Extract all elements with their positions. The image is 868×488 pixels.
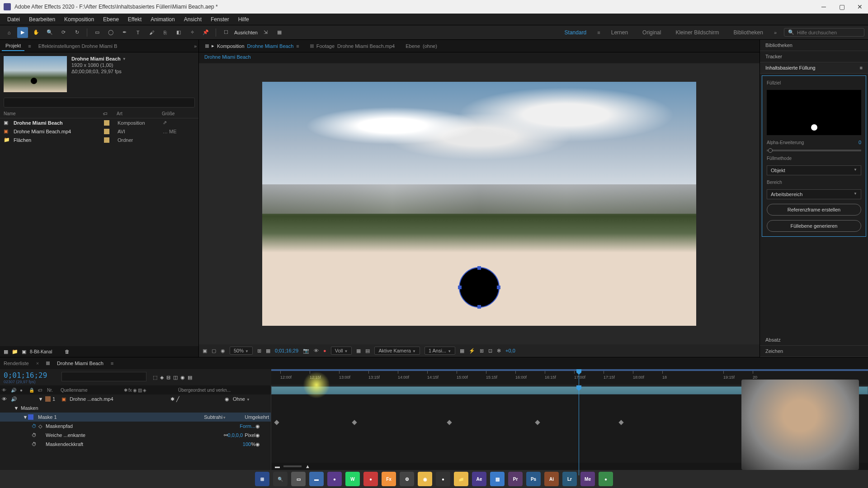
alpha-expansion-value[interactable]: 0 xyxy=(859,140,861,145)
taskbar-premiere[interactable]: Pr xyxy=(508,472,523,486)
tab-effect-controls[interactable]: Effekteinstellungen Drohne Miami B xyxy=(35,42,121,51)
taskbar-whatsapp[interactable]: W xyxy=(345,472,360,486)
taskbar-photoshop[interactable]: Ps xyxy=(526,472,541,486)
lock-toggle-icon[interactable]: 🔒 xyxy=(27,388,36,393)
project-item-folder[interactable]: 📁 Flächen Ordner xyxy=(0,136,198,144)
region-icon[interactable]: ▦ xyxy=(266,348,270,354)
work-area-bar[interactable] xyxy=(271,369,868,371)
taskbar-explorer[interactable]: 📁 xyxy=(454,472,468,486)
pixel-aspect-icon[interactable]: ▦ xyxy=(460,348,464,354)
mask-expand-icon[interactable]: ▼ xyxy=(23,414,28,420)
workspace-menu-icon[interactable]: ≡ xyxy=(597,30,600,35)
project-item-footage[interactable]: ▣ Drohne Miami Beach.mp4 AVI … ME xyxy=(0,127,198,136)
layer-color-swatch[interactable] xyxy=(45,396,51,402)
audio-visible-icon[interactable]: 🔊 xyxy=(11,396,20,402)
flowchart-icon[interactable]: ⊡ xyxy=(488,348,492,354)
timeline-tab-menu-icon[interactable]: ≡ xyxy=(111,361,113,366)
clone-tool[interactable]: ⎘ xyxy=(160,27,170,38)
tab-content-aware-fill[interactable]: Inhaltsbasierte Füllung ≡ xyxy=(760,62,868,74)
taskbar-media-encoder[interactable]: Me xyxy=(580,472,595,486)
mask-feather-row[interactable]: ⏱ Weiche ...enkante ⚯ 0,0,0,0 Pixel ◉ xyxy=(0,431,271,440)
channel-icon[interactable]: ● xyxy=(323,348,326,353)
show-snapshot-icon[interactable]: 👁 xyxy=(314,348,319,353)
taskbar-app[interactable]: ▧ xyxy=(490,472,505,486)
3d-icon[interactable]: ◈ xyxy=(143,388,146,393)
help-search-input[interactable] xyxy=(797,30,860,35)
workspace-libraries[interactable]: Bibliotheken xyxy=(730,28,766,38)
comp-dropdown-icon[interactable]: ▼ xyxy=(123,57,126,61)
comp-tab-menu-icon[interactable]: ≡ xyxy=(296,43,299,49)
layer-row-1[interactable]: 👁 🔊 ▼ 1 ▣ Drohne ...each.mp4 ✱ ╱ ◉ Ohne … xyxy=(0,394,271,404)
keyframe[interactable] xyxy=(352,420,357,425)
menu-edit[interactable]: Bearbeiten xyxy=(25,14,59,24)
home-button[interactable]: ⌂ xyxy=(4,27,14,38)
text-tool[interactable]: T xyxy=(132,27,143,38)
help-search[interactable]: 🔍 xyxy=(784,28,864,37)
new-comp-icon[interactable]: ▣ xyxy=(22,349,26,355)
comp-tab-footage[interactable]: Footage Drohne Miami Beach.mp4 xyxy=(306,42,400,51)
workspace-overflow-icon[interactable]: » xyxy=(774,30,777,35)
mask-path-value[interactable]: Form... xyxy=(240,423,255,429)
rect-tool[interactable]: ▭ xyxy=(92,27,103,38)
taskbar-illustrator[interactable]: Ai xyxy=(544,472,559,486)
menu-help[interactable]: Hilfe xyxy=(235,14,253,24)
keyframe[interactable] xyxy=(447,420,452,425)
tab-tracker[interactable]: Tracker xyxy=(760,51,868,62)
task-view-button[interactable]: ▭ xyxy=(291,472,306,486)
maximize-button[interactable]: ▢ xyxy=(837,2,846,11)
taskbar-app[interactable]: ◉ xyxy=(418,472,432,486)
solo-toggle-icon[interactable]: ● xyxy=(18,388,27,393)
menu-window[interactable]: Fenster xyxy=(207,14,233,24)
guides-icon[interactable]: ▤ xyxy=(365,348,370,354)
orbit-tool[interactable]: ⟳ xyxy=(58,27,69,38)
panel-overflow-icon[interactable]: » xyxy=(194,43,197,49)
workspace-standard[interactable]: Standard xyxy=(561,28,590,38)
mask-path-row[interactable]: ⏱ ◇ Maskenpfad Form... ◉ xyxy=(0,422,271,431)
mask-handle-left[interactable] xyxy=(458,286,462,289)
keyframe[interactable] xyxy=(274,420,279,425)
layer-shy-icon[interactable]: ✱ xyxy=(170,396,175,402)
mask-1-row[interactable]: ▼ Maske 1 Subtrahi▼ Umgekehrt xyxy=(0,413,271,422)
masks-group[interactable]: ▼ Masken xyxy=(0,404,271,413)
roto-tool[interactable]: ✧ xyxy=(187,27,198,38)
interpret-footage-icon[interactable]: ▦ xyxy=(4,349,8,355)
taskbar-after-effects[interactable]: Ae xyxy=(472,472,486,486)
masks-expand-icon[interactable]: ▼ xyxy=(14,405,19,411)
stopwatch-icon[interactable]: ⏱ xyxy=(32,441,37,447)
link-icon[interactable]: ⚯ xyxy=(224,432,228,438)
quality-icon[interactable]: ▨ xyxy=(138,388,142,393)
audio-toggle-icon[interactable]: 🔊 xyxy=(9,388,18,393)
search-button[interactable]: 🔍 xyxy=(273,472,288,486)
menu-effect[interactable]: Effekt xyxy=(124,14,145,24)
track-playhead[interactable] xyxy=(579,385,579,470)
brush-tool[interactable]: 🖌 xyxy=(146,27,157,38)
toggle-transparency-icon[interactable]: ▢ xyxy=(212,348,216,354)
snapshot-icon[interactable]: 📷 xyxy=(303,348,309,354)
mask-feather-value[interactable]: 0,0,0,0 xyxy=(228,432,243,438)
project-thumbnail[interactable] xyxy=(4,56,67,92)
alpha-expansion-slider[interactable] xyxy=(767,150,861,151)
taskbar-app[interactable]: ● xyxy=(363,472,378,486)
selection-tool[interactable]: ▶ xyxy=(17,27,28,38)
parent-select[interactable]: Ohne ▼ xyxy=(233,396,269,402)
color-swatch[interactable] xyxy=(104,129,109,134)
taskbar-obs[interactable]: ● xyxy=(436,472,450,486)
hide-shy-icon[interactable]: ⊟ xyxy=(166,375,170,380)
video-visible-icon[interactable]: 👁 xyxy=(2,396,11,402)
snap-options[interactable]: ⇲ xyxy=(260,27,271,38)
timeline-icon[interactable]: ⊞ xyxy=(480,348,484,354)
tab-render-queue[interactable]: Renderliste xyxy=(4,361,29,366)
shy-icon[interactable]: ✱ xyxy=(124,388,127,393)
puppet-tool[interactable]: 📌 xyxy=(200,27,211,38)
toggle-mask-icon[interactable]: ◉ xyxy=(221,348,225,354)
col-tag-icon[interactable]: 🏷 xyxy=(103,111,117,116)
expression-pickwhip-icon[interactable]: ◉ xyxy=(255,432,260,438)
toggle-alpha-icon[interactable]: ▣ xyxy=(203,348,207,354)
project-search-input[interactable] xyxy=(4,98,195,108)
menu-composition[interactable]: Komposition xyxy=(61,14,98,24)
mask-mode-select[interactable]: Subtrahi▼ xyxy=(204,414,236,420)
mask-inverted-label[interactable]: Umgekehrt xyxy=(245,414,269,420)
zoom-slider[interactable] xyxy=(283,465,302,467)
resolution-select[interactable]: Voll ▼ xyxy=(331,347,352,355)
tab-project[interactable]: Projekt xyxy=(2,41,24,51)
